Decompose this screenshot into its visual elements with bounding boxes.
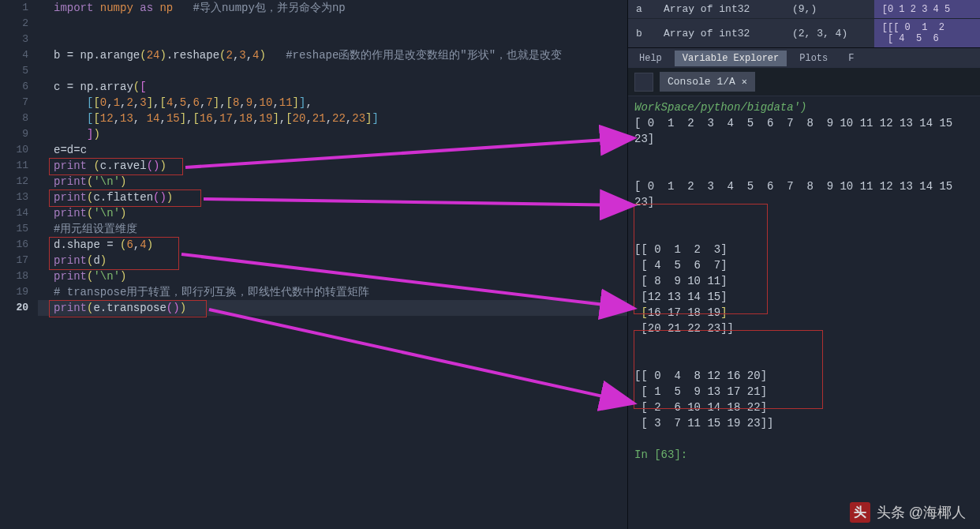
console-line: [ 1 5 9 13 17 21] [634,384,974,400]
console-icon [634,73,653,92]
panel-tab[interactable]: Variable Explorer [675,51,787,66]
console-line [634,163,974,178]
console-line: WorkSpace/python/bigdata') [634,99,974,115]
code-line[interactable]: b = np.arange(24).reshape(2,3,4) #reshap… [38,47,627,63]
code-line[interactable]: ]) [38,126,627,142]
variable-row[interactable]: aArray of int32(9,)[0 1 2 3 4 5 [628,0,980,19]
console-line: 23] [634,131,974,147]
console-line: [[ 0 1 2 3] [634,242,974,257]
console-line [634,352,974,368]
code-line[interactable]: #用元组设置维度 [38,221,627,237]
code-line[interactable]: c = np.array([ [38,79,627,95]
ipython-console[interactable]: Console 1/A ✕ WorkSpace/python/bigdata')… [628,68,980,529]
watermark: 头 头条 @海椰人 [850,502,966,523]
code-line[interactable] [38,63,627,79]
close-icon[interactable]: ✕ [742,76,747,88]
code-area[interactable]: import numpy as np #导入numpy包，并另命令为npb = … [38,0,627,316]
console-line: [ 2 6 10 14 18 22] [634,400,974,415]
console-line: [20 21 22 23]] [634,321,974,336]
console-line: [ 0 1 2 3 4 5 6 7 8 9 10 11 12 13 14 15 [634,178,974,194]
code-editor[interactable]: 1234567891011121314151617181920 import n… [0,0,627,529]
variable-table: aArray of int32(9,)[0 1 2 3 4 5bArray of… [628,0,980,48]
console-line: 23] [634,194,974,210]
panel-tab[interactable]: F [840,51,862,66]
panel-tab[interactable]: Help [631,51,670,66]
code-line[interactable]: e=d=c [38,142,627,158]
console-line [634,210,974,226]
code-line[interactable]: # transpose用于转置，即行列互换，即线性代数中的转置矩阵 [38,284,627,300]
code-line[interactable]: print(c.flatten()) [38,189,627,205]
code-line[interactable]: print('\n') [38,174,627,189]
console-line: [ 4 5 6 7] [634,257,974,273]
console-line [634,226,974,242]
code-line[interactable]: print('\n') [38,205,627,221]
console-line [634,147,974,163]
console-line: [[ 0 4 8 12 16 20] [634,368,974,384]
code-line[interactable]: d.shape = (6,4) [38,237,627,253]
console-line [634,431,974,447]
code-line[interactable]: print(e.transpose()) [38,300,627,316]
code-line[interactable] [38,16,627,32]
code-line[interactable] [38,32,627,47]
code-line[interactable]: [[0,1,2,3],[4,5,6,7],[8,9,10,11]], [38,95,627,111]
panel-tabs[interactable]: HelpVariable ExplorerPlotsF [628,47,980,68]
watermark-icon: 头 [850,502,870,523]
code-line[interactable]: print(d) [38,253,627,268]
console-output[interactable]: WorkSpace/python/bigdata')[ 0 1 2 3 4 5 … [628,96,980,466]
console-line: [ 0 1 2 3 4 5 6 7 8 9 10 11 12 13 14 15 [634,115,974,131]
variable-row[interactable]: bArray of int32(2, 3, 4)[[[ 0 1 2 [ 4 5 … [628,19,980,48]
code-line[interactable]: [[12,13, 14,15],[16,17,18,19],[20,21,22,… [38,111,627,126]
console-line [634,336,974,352]
console-line: In [63]: [634,447,974,463]
console-line: [16 17 18 19] [634,305,974,321]
console-tab[interactable]: Console 1/A ✕ [660,72,755,92]
variable-explorer[interactable]: aArray of int32(9,)[0 1 2 3 4 5bArray of… [628,0,980,47]
line-gutter: 1234567891011121314151617181920 [0,0,38,529]
panel-tab[interactable]: Plots [791,51,836,66]
console-line: [ 8 9 10 11] [634,273,974,289]
console-line: [ 3 7 11 15 19 23]] [634,415,974,431]
code-line[interactable]: import numpy as np #导入numpy包，并另命令为np [38,0,627,16]
console-line: [12 13 14 15] [634,289,974,305]
code-line[interactable]: print('\n') [38,268,627,284]
code-line[interactable]: print (c.ravel()) [38,158,627,174]
console-tab-label: Console 1/A [668,76,735,88]
